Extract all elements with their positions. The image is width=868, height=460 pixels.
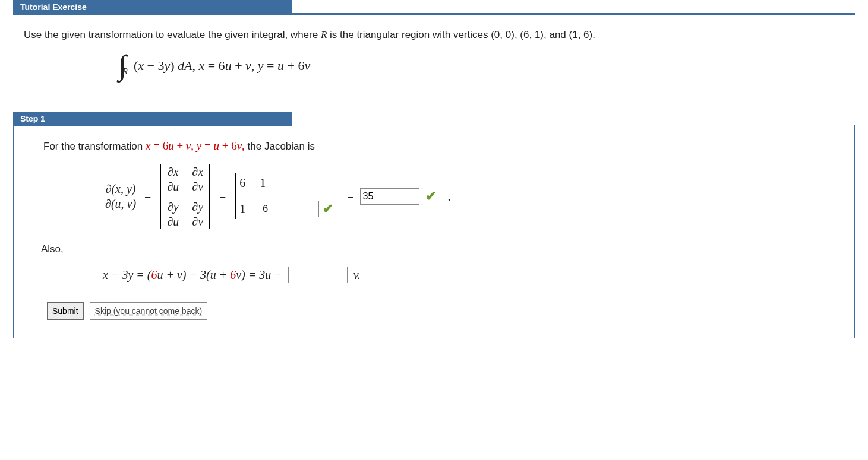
eq1: = (144, 187, 151, 206)
rp: ) (170, 58, 178, 73)
prompt-r: R (321, 29, 327, 40)
m11: 6 (239, 173, 245, 192)
xdef-u: u (225, 58, 232, 73)
xdef-x: x (198, 58, 204, 73)
double-integral-icon: ∫∫R (119, 51, 128, 80)
dydv-t: ∂y (190, 199, 206, 214)
xdef-eq: = 6 (204, 58, 225, 73)
eq3: = (347, 187, 353, 206)
answer-det-input[interactable] (360, 188, 419, 205)
dxdu-t: ∂x (165, 164, 181, 179)
prompt-text-b: is the triangular region with vertices (… (327, 29, 595, 40)
step1-line1: For the transformation x = 6u + v, y = u… (43, 137, 837, 155)
dydu-t: ∂y (165, 199, 181, 214)
comma2: , (251, 58, 258, 73)
answer-m22-input[interactable] (260, 201, 319, 217)
line1-b: the Jacobian is (248, 141, 315, 152)
dxdv-b: ∂v (190, 179, 206, 193)
tutorial-body: Use the given transformation to evaluate… (0, 15, 868, 112)
ydef-eq: = (264, 58, 277, 73)
line1-a: For the transformation (43, 141, 146, 152)
tutorial-header: Tutorial Exercise (13, 0, 292, 14)
action-row: Submit Skip (you cannot come back) (47, 302, 837, 320)
m21: 1 (239, 199, 245, 218)
skip-link[interactable]: Skip (you cannot come back) (90, 302, 208, 320)
answer-coef-input[interactable] (288, 267, 348, 283)
eq2: = (219, 187, 226, 206)
dydu-b: ∂u (165, 214, 181, 229)
integral-expression: ∫∫R (x − 3y) dA, x = 6u + v, y = u + 6v (119, 51, 850, 80)
int-x: x (138, 58, 144, 73)
partial-determinant: ∂x∂u ∂x∂v ∂y∂u ∂y∂v (157, 164, 213, 229)
xdef-plus: + (232, 58, 245, 73)
jacobian-fraction: ∂(x, y) ∂(u, v) (103, 182, 138, 211)
ydef-u: u (277, 58, 284, 73)
step1-body: For the transformation x = 6u + v, y = u… (14, 125, 854, 338)
m12: 1 (260, 173, 333, 192)
jacobian-line: ∂(x, y) ∂(u, v) = ∂x∂u ∂x∂v ∂y∂u ∂y∂v = … (103, 164, 837, 229)
xdef-v: v (245, 58, 251, 73)
check-icon: ✔ (323, 198, 333, 219)
check-icon: ✔ (425, 186, 436, 207)
period: . (448, 187, 451, 206)
substitution-line: x − 3y = (6u + v) − 3(u + 6v) = 3u − v. (103, 265, 837, 284)
ydef-y: y (258, 58, 264, 73)
dxdv-t: ∂x (190, 164, 206, 179)
line1-xdef: x = 6u + v, y = u + 6v, (146, 139, 248, 152)
step1-frame: For the transformation x = 6u + v, y = u… (13, 125, 855, 338)
int-y: y (164, 58, 170, 73)
integral-region: R (122, 68, 128, 76)
prompt-text-a: Use the given transformation to evaluate… (24, 29, 321, 40)
int-dA: dA (178, 58, 192, 73)
ydef-v: v (304, 58, 310, 73)
int-b: − 3 (144, 58, 164, 73)
sub-expr: x − 3y = (6u + v) − 3(u + 6v) = 3u − (103, 265, 282, 284)
jac-bot: ∂(u, v) (103, 196, 138, 211)
problem-statement: Use the given transformation to evaluate… (24, 27, 850, 43)
submit-button[interactable]: Submit (47, 302, 84, 320)
jac-top: ∂(x, y) (103, 182, 138, 196)
dxdu-b: ∂u (165, 179, 181, 193)
comma1: , (192, 58, 198, 73)
step1-header: Step 1 (13, 112, 292, 126)
also-label: Also, (41, 241, 837, 257)
sub-end: v. (353, 265, 361, 284)
numeric-determinant: 6 1 1 ✔ (232, 173, 341, 219)
ydef-plus6: + 6 (284, 58, 304, 73)
dydv-b: ∂v (190, 214, 206, 229)
